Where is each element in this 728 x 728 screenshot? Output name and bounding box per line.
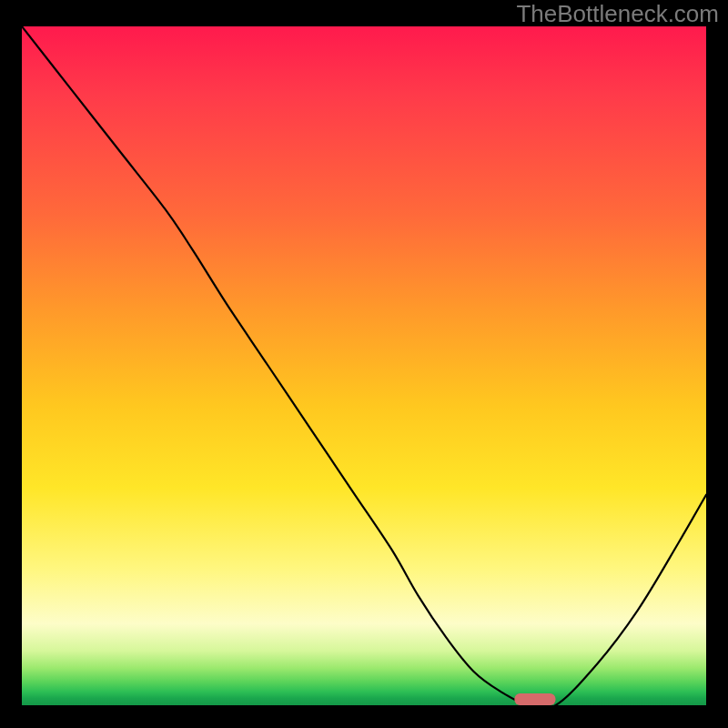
watermark-text: TheBottleneck.com bbox=[516, 0, 719, 28]
chart-frame: TheBottleneck.com bbox=[0, 0, 728, 728]
curve-layer bbox=[22, 26, 706, 705]
plot-area bbox=[22, 26, 706, 705]
svg-rect-0 bbox=[514, 693, 555, 705]
bottleneck-curve bbox=[22, 26, 706, 705]
optimal-zone-marker bbox=[514, 693, 555, 705]
